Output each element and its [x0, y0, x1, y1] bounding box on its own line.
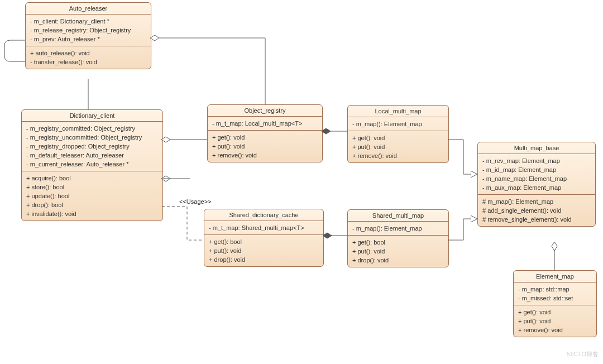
- class-ops: + get(): void + put(): void + remove(): …: [208, 131, 322, 162]
- attr: - m_id_map: Element_map: [482, 165, 591, 174]
- op: # remove_single_element(): void: [482, 215, 591, 224]
- op: + remove(): void: [352, 151, 444, 160]
- class-title: Local_multi_map: [348, 106, 448, 117]
- class-dictionary-client: Dictionary_client - m_registry_committed…: [21, 109, 163, 221]
- attr: - m_prev: Auto_releaser *: [30, 35, 146, 44]
- class-ops: + get(): void + put(): void + remove(): …: [514, 305, 596, 337]
- attr: - m_name_map: Element_map: [482, 174, 591, 183]
- op: + store(): bool: [26, 183, 158, 191]
- class-shared-multi-map: Shared_multi_map - m_map(): Element_map …: [347, 209, 449, 267]
- class-title: Auto_releaser: [26, 3, 151, 15]
- class-title: Shared_dictionary_cache: [204, 209, 323, 221]
- class-ops: + get(): bool + put(): void + drop(): vo…: [204, 235, 323, 266]
- op: + auto_release(): void: [30, 49, 146, 58]
- class-attrs: - m_map: std::map - m_missed: std::set: [514, 282, 596, 305]
- attr: - m_t_map: Local_multi_map<T>: [212, 119, 318, 128]
- class-title: Element_map: [514, 271, 596, 282]
- attr: - m_aux_map: Element_map: [482, 183, 591, 192]
- attr: - m_rev_map: Element_map: [482, 156, 591, 165]
- stereotype-usage: <<Usage>>: [179, 198, 212, 205]
- op: + remove(): void: [518, 325, 592, 334]
- attr: - m_map(): Element_map: [352, 119, 444, 128]
- op: + remove(): void: [212, 151, 318, 160]
- class-local-multi-map: Local_multi_map - m_map(): Element_map +…: [347, 105, 449, 163]
- class-attrs: - m_map(): Element_map: [348, 117, 448, 131]
- class-ops: + auto_release(): void - transfer_releas…: [26, 46, 151, 69]
- class-auto-releaser: Auto_releaser - m_client: Dictionary_cli…: [25, 2, 151, 69]
- class-multi-map-base: Multi_map_base - m_rev_map: Element_map …: [477, 142, 596, 227]
- attr: - m_map: std::map: [518, 285, 592, 294]
- class-title: Dictionary_client: [22, 110, 162, 122]
- class-attrs: - m_client: Dictionary_client * - m_rele…: [26, 15, 151, 46]
- op: + get(): void: [518, 308, 592, 317]
- class-attrs: - m_rev_map: Element_map - m_id_map: Ele…: [478, 154, 595, 195]
- op: + get(): void: [212, 133, 318, 142]
- attr: - m_release_registry: Object_registry: [30, 26, 146, 35]
- class-title: Shared_multi_map: [348, 210, 448, 222]
- class-ops: # m_map(): Element_map # add_single_elem…: [478, 195, 595, 226]
- attr: - m_registry_dropped: Object_registry: [26, 142, 158, 151]
- op: + put(): void: [352, 247, 444, 256]
- op: + put(): void: [209, 246, 319, 255]
- op: + put(): void: [518, 317, 592, 325]
- op: + get(): bool: [352, 238, 444, 247]
- class-ops: + get(): void + put(): void + remove(): …: [348, 131, 448, 162]
- class-attrs: - m_map(): Element_map: [348, 222, 448, 236]
- class-attrs: - m_registry_committed: Object_registry …: [22, 122, 162, 171]
- op: # add_single_element(): void: [482, 206, 591, 215]
- attr: - m_default_releaser: Auto_releaser: [26, 151, 158, 160]
- class-ops: + get(): bool + put(): void + drop(): vo…: [348, 236, 448, 267]
- op: + get(): void: [352, 133, 444, 142]
- class-object-registry: Object_registry - m_t_map: Local_multi_m…: [207, 104, 323, 162]
- op: + drop(): void: [209, 255, 319, 264]
- attr: - m_missed: std::set: [518, 294, 592, 303]
- attr: - m_client: Dictionary_client *: [30, 17, 146, 26]
- attr: - m_current_releaser: Auto_releaser *: [26, 160, 158, 169]
- class-shared-dictionary-cache: Shared_dictionary_cache - m_t_map: Share…: [204, 209, 324, 267]
- op: + drop(): bool: [26, 200, 158, 209]
- class-title: Multi_map_base: [478, 142, 595, 154]
- attr: - m_t_map: Shared_multi_map<T>: [209, 223, 319, 232]
- op: - transfer_release(): void: [30, 58, 146, 66]
- op: + acquire(): bool: [26, 174, 158, 183]
- attr: - m_registry_committed: Object_registry: [26, 124, 158, 133]
- op: # m_map(): Element_map: [482, 197, 591, 206]
- class-element-map: Element_map - m_map: std::map - m_missed…: [513, 270, 597, 337]
- watermark-text: 51CTO博客: [567, 350, 599, 358]
- op: + get(): bool: [209, 237, 319, 246]
- op: + put(): void: [352, 142, 444, 151]
- op: + update(): bool: [26, 191, 158, 200]
- class-ops: + acquire(): bool + store(): bool + upda…: [22, 171, 162, 221]
- attr: - m_map(): Element_map: [352, 224, 444, 233]
- class-title: Object_registry: [208, 105, 322, 117]
- class-attrs: - m_t_map: Shared_multi_map<T>: [204, 221, 323, 235]
- op: + put(): void: [212, 142, 318, 151]
- op: + drop(): void: [352, 256, 444, 265]
- class-attrs: - m_t_map: Local_multi_map<T>: [208, 117, 322, 131]
- attr: - m_registry_uncommitted: Object_registr…: [26, 133, 158, 142]
- op: + invalidate(): void: [26, 209, 158, 218]
